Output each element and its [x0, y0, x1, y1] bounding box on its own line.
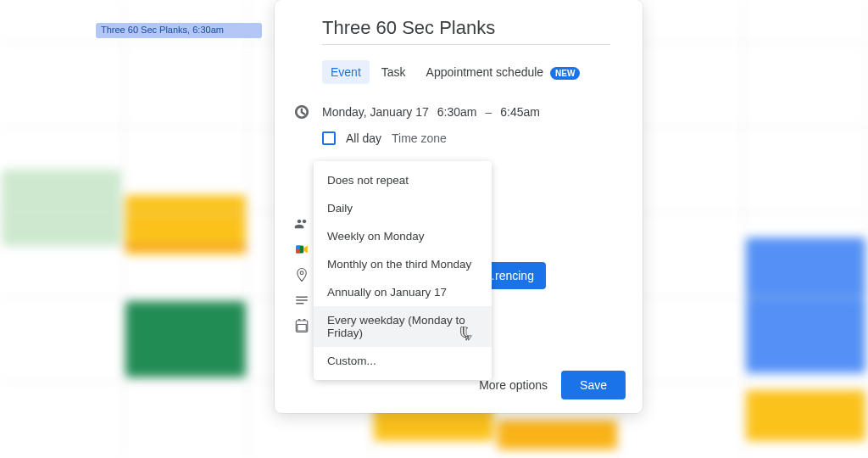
tab-appointment-label: Appointment schedule	[426, 65, 544, 79]
event-type-tabs: Event Task Appointment schedule NEW	[275, 45, 643, 99]
date-time-row[interactable]: Monday, January 17 6:30am – 6:45am	[275, 99, 643, 125]
svg-rect-2	[296, 246, 300, 250]
tab-appointment[interactable]: Appointment schedule NEW	[418, 60, 589, 84]
calendar-icon	[293, 317, 310, 334]
tab-task[interactable]: Task	[373, 60, 415, 84]
recurrence-option-monthly[interactable]: Monthly on the third Monday	[314, 250, 492, 278]
svg-rect-3	[296, 249, 300, 254]
recurrence-dropdown: Does not repeat Daily Weekly on Monday M…	[314, 161, 492, 380]
event-date[interactable]: Monday, January 17	[322, 105, 429, 119]
people-icon	[293, 215, 310, 232]
new-badge: NEW	[550, 67, 580, 80]
event-title[interactable]: Three 60 Sec Planks	[322, 17, 610, 45]
recurrence-option-custom[interactable]: Custom...	[314, 347, 492, 375]
cursor-icon	[459, 327, 474, 345]
recurrence-option-daily[interactable]: Daily	[314, 194, 492, 222]
event-start-time[interactable]: 6:30am	[437, 105, 477, 119]
tab-event[interactable]: Event	[322, 60, 370, 84]
location-icon	[293, 266, 310, 283]
all-day-label: All day	[346, 131, 381, 145]
calendar-event-chip[interactable]: Three 60 Sec Planks, 6:30am	[96, 23, 262, 38]
event-end-time[interactable]: 6:45am	[500, 105, 540, 119]
time-zone-link[interactable]: Time zone	[392, 131, 447, 145]
recurrence-option-weekly[interactable]: Weekly on Monday	[314, 222, 492, 250]
time-separator: –	[486, 105, 492, 119]
description-icon	[293, 292, 310, 309]
save-button[interactable]: Save	[561, 371, 626, 399]
all-day-checkbox[interactable]	[322, 131, 336, 145]
more-options-button[interactable]: More options	[479, 378, 548, 392]
recurrence-option-annually[interactable]: Annually on January 17	[314, 278, 492, 306]
clock-icon	[293, 103, 310, 120]
meet-icon	[293, 241, 310, 258]
recurrence-option-none[interactable]: Does not repeat	[314, 166, 492, 194]
